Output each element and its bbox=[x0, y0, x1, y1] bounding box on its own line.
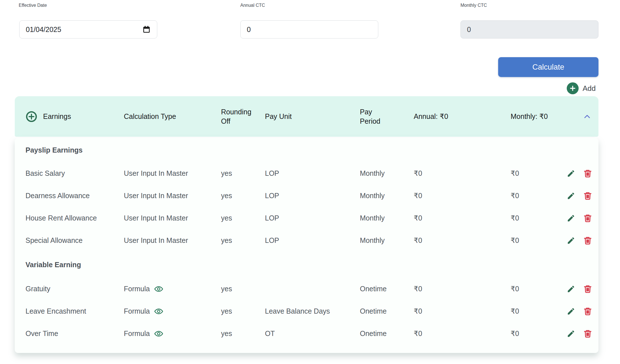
trash-icon[interactable] bbox=[583, 214, 592, 223]
earning-name: Special Allowance bbox=[26, 236, 124, 245]
earning-name: Dearness Allowance bbox=[26, 192, 124, 200]
earning-name: Leave Encashment bbox=[26, 307, 124, 315]
earning-name: Gratuity bbox=[26, 285, 124, 293]
pencil-icon[interactable] bbox=[567, 329, 575, 338]
header-monthly-total: Monthly: ₹0 bbox=[511, 112, 563, 121]
annual-amount: ₹0 bbox=[414, 169, 511, 177]
rounding-off: yes bbox=[221, 307, 265, 315]
pay-period: Monthly bbox=[360, 214, 414, 222]
calculation-type: User Input In Master bbox=[124, 214, 188, 222]
chevron-up-icon[interactable] bbox=[582, 112, 592, 122]
pay-period: Onetime bbox=[360, 285, 414, 293]
calculation-type: Formula bbox=[124, 329, 150, 338]
annual-ctc-input[interactable] bbox=[247, 25, 372, 34]
rounding-off: yes bbox=[221, 192, 265, 200]
pay-period: Monthly bbox=[360, 169, 414, 177]
effective-date-input[interactable]: 01/04/2025 bbox=[19, 20, 157, 38]
pencil-icon[interactable] bbox=[567, 169, 575, 178]
header-calculation-type: Calculation Type bbox=[124, 112, 221, 121]
pay-unit: Leave Balance Days bbox=[265, 307, 360, 315]
add-button[interactable]: Add bbox=[567, 82, 596, 94]
trash-icon[interactable] bbox=[583, 329, 592, 338]
effective-date-value: 01/04/2025 bbox=[26, 25, 61, 34]
rounding-off: yes bbox=[221, 236, 265, 245]
annual-ctc-label: Annual CTC bbox=[240, 3, 265, 8]
pencil-icon[interactable] bbox=[567, 214, 575, 222]
eye-icon[interactable] bbox=[154, 285, 164, 293]
monthly-amount: ₹0 bbox=[511, 285, 563, 293]
annual-amount: ₹0 bbox=[414, 192, 511, 200]
earnings-table-body: Payslip Earnings Basic Salary User Input… bbox=[15, 138, 598, 353]
calculation-type: User Input In Master bbox=[124, 236, 188, 245]
table-row: Gratuity Formula yes Onetime ₹0 ₹0 bbox=[26, 278, 592, 300]
pay-unit: OT bbox=[265, 329, 360, 338]
pay-unit: LOP bbox=[265, 169, 360, 177]
monthly-amount: ₹0 bbox=[511, 307, 563, 315]
pay-unit: LOP bbox=[265, 192, 360, 200]
table-row: House Rent Allowance User Input In Maste… bbox=[26, 207, 592, 229]
trash-icon[interactable] bbox=[583, 284, 592, 294]
annual-ctc-field bbox=[240, 20, 378, 38]
calculation-type: User Input In Master bbox=[124, 192, 188, 200]
calculation-type: Formula bbox=[124, 285, 150, 293]
monthly-ctc-input bbox=[467, 25, 592, 34]
header-pay-unit: Pay Unit bbox=[265, 112, 360, 121]
trash-icon[interactable] bbox=[583, 169, 592, 178]
pay-period: Monthly bbox=[360, 236, 414, 245]
plus-circle-icon[interactable] bbox=[26, 111, 37, 123]
monthly-ctc-label: Monthly CTC bbox=[460, 3, 487, 8]
trash-icon[interactable] bbox=[583, 307, 592, 316]
monthly-ctc-field bbox=[460, 20, 598, 38]
earnings-table-header: Earnings Calculation Type Rounding Off P… bbox=[15, 96, 598, 137]
earning-name: Basic Salary bbox=[26, 169, 124, 177]
annual-amount: ₹0 bbox=[414, 329, 511, 338]
trash-icon[interactable] bbox=[583, 236, 592, 245]
annual-amount: ₹0 bbox=[414, 307, 511, 315]
annual-amount: ₹0 bbox=[414, 214, 511, 222]
monthly-amount: ₹0 bbox=[511, 214, 563, 222]
pay-unit: LOP bbox=[265, 214, 360, 222]
pay-unit: LOP bbox=[265, 236, 360, 245]
monthly-amount: ₹0 bbox=[511, 169, 563, 177]
rounding-off: yes bbox=[221, 285, 265, 293]
pay-period: Monthly bbox=[360, 192, 414, 200]
monthly-amount: ₹0 bbox=[511, 329, 563, 338]
rounding-off: yes bbox=[221, 214, 265, 222]
table-row: Dearness Allowance User Input In Master … bbox=[26, 185, 592, 207]
pencil-icon[interactable] bbox=[567, 307, 575, 316]
trash-icon[interactable] bbox=[583, 191, 592, 200]
add-circle-icon[interactable] bbox=[567, 82, 579, 94]
section-title-variable-earning: Variable Earning bbox=[26, 252, 592, 278]
header-rounding-off: Rounding Off bbox=[221, 107, 259, 126]
pay-period: Onetime bbox=[360, 307, 414, 315]
pencil-icon[interactable] bbox=[567, 285, 575, 293]
calculation-type: User Input In Master bbox=[124, 169, 188, 177]
rounding-off: yes bbox=[221, 329, 265, 338]
table-row: Basic Salary User Input In Master yes LO… bbox=[26, 162, 592, 185]
table-row: Special Allowance User Input In Master y… bbox=[26, 229, 592, 252]
table-row: Leave Encashment Formula yes Leave Balan… bbox=[26, 300, 592, 322]
earning-name: House Rent Allowance bbox=[26, 214, 124, 222]
annual-amount: ₹0 bbox=[414, 285, 511, 293]
header-annual-total: Annual: ₹0 bbox=[414, 112, 511, 121]
eye-icon[interactable] bbox=[154, 330, 164, 338]
calculation-type: Formula bbox=[124, 307, 150, 315]
calculate-button[interactable]: Calculate bbox=[498, 57, 598, 77]
pencil-icon[interactable] bbox=[567, 236, 575, 245]
header-earnings: Earnings bbox=[43, 112, 71, 121]
monthly-amount: ₹0 bbox=[511, 192, 563, 200]
effective-date-label: Effective Date bbox=[19, 3, 47, 8]
add-button-label: Add bbox=[583, 84, 596, 93]
table-row: Over Time Formula yes OT Onetime ₹0 ₹0 bbox=[26, 322, 592, 345]
monthly-amount: ₹0 bbox=[511, 236, 563, 245]
rounding-off: yes bbox=[221, 169, 265, 177]
header-pay-period: Pay Period bbox=[360, 107, 387, 126]
pay-period: Onetime bbox=[360, 329, 414, 338]
section-title-payslip-earnings: Payslip Earnings bbox=[26, 138, 592, 162]
pencil-icon[interactable] bbox=[567, 192, 575, 200]
earning-name: Over Time bbox=[26, 329, 124, 338]
calendar-icon[interactable] bbox=[142, 25, 151, 34]
eye-icon[interactable] bbox=[154, 307, 164, 315]
annual-amount: ₹0 bbox=[414, 236, 511, 245]
